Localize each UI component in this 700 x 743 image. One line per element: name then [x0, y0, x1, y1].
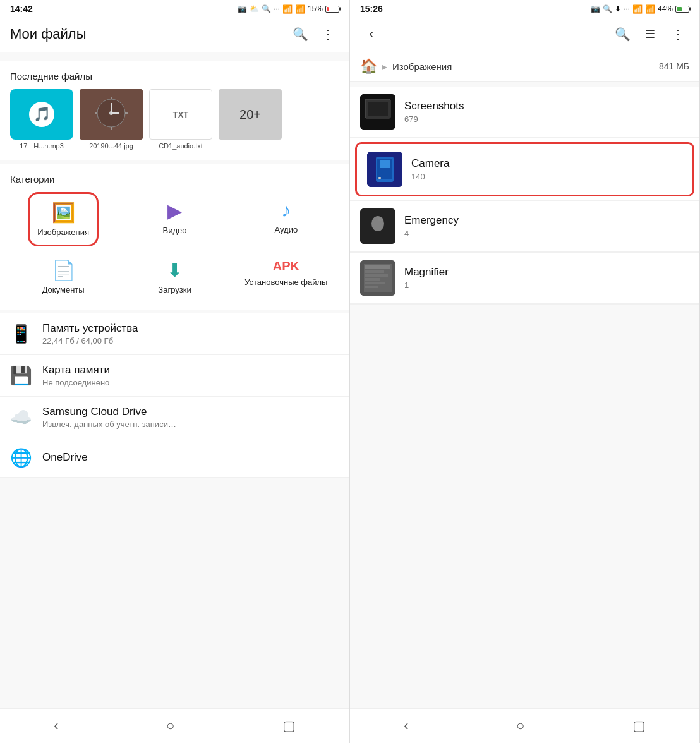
images-icon: 🖼️: [52, 202, 75, 224]
more-menu-left[interactable]: ⋮: [317, 23, 339, 45]
nav-recents-left[interactable]: ▢: [270, 715, 308, 737]
time-left: 14:42: [10, 4, 33, 14]
file-thumb-more[interactable]: 20+: [219, 89, 282, 150]
nav-back-left[interactable]: ‹: [41, 715, 71, 737]
device-storage-detail: 22,44 Гб / 64,00 Гб: [42, 336, 339, 346]
folder-thumb-camera: [367, 152, 402, 187]
category-video[interactable]: ▶ Видео: [121, 192, 227, 246]
cam-status-right: 📷: [591, 4, 600, 13]
svg-rect-26: [365, 282, 385, 284]
nav-back-right[interactable]: ‹: [391, 715, 421, 737]
sdcard-storage-icon: 💾: [10, 365, 32, 386]
downloads-label: Загрузки: [158, 285, 191, 294]
storage-sdcard[interactable]: 💾 Карта памяти Не подсоединено: [0, 355, 349, 397]
file-label-photo: 20190...44.jpg: [80, 142, 143, 150]
category-downloads[interactable]: ⬇ Загрузки: [121, 251, 227, 299]
device-storage-name: Память устройства: [42, 322, 339, 335]
folder-info-screenshots: Screenshots 679: [404, 100, 689, 124]
screenshots-thumbnail: [360, 94, 395, 130]
app-bar-left: Мои файлы 🔍 ⋮: [0, 16, 349, 52]
status-icons-left: 📷 ⛅ 🔍 ··· 📶 📶 15%: [238, 4, 339, 14]
time-right: 15:26: [360, 4, 383, 14]
recent-files-list: 🎵 17 - H...h.mp3: [10, 89, 339, 150]
categories-title: Категории: [10, 174, 339, 184]
weather-icon-status: ⛅: [250, 4, 259, 13]
folder-count-screenshots: 679: [404, 114, 689, 124]
category-images-inner[interactable]: 🖼️ Изображения: [32, 196, 94, 242]
recent-files-card: Последние файлы 🎵 17 - H...h.mp3: [0, 61, 349, 160]
nav-home-right[interactable]: ○: [504, 715, 537, 737]
search-button-right[interactable]: 🔍: [611, 23, 634, 45]
folder-info-emergency: Emergency 4: [404, 214, 689, 238]
category-documents[interactable]: 📄 Документы: [10, 251, 116, 299]
folder-info-camera: Camera 140: [411, 157, 682, 181]
storage-device[interactable]: 📱 Память устройства 22,44 Гб / 64,00 Гб: [0, 313, 349, 355]
images-highlight: 🖼️ Изображения: [28, 192, 99, 246]
folder-name-camera: Camera: [411, 157, 682, 170]
bottom-nav-right: ‹ ○ ▢: [350, 708, 699, 743]
camera-icon-status: 📷: [238, 4, 247, 13]
folder-thumb-screenshots: [360, 94, 395, 130]
svg-rect-23: [365, 270, 384, 273]
onedrive-name: OneDrive: [42, 451, 339, 464]
breadcrumb-home-icon[interactable]: 🏠: [360, 58, 377, 75]
app-title-left: Мои файлы: [10, 26, 284, 42]
bottom-nav-left: ‹ ○ ▢: [0, 708, 349, 743]
audio-label: Аудио: [274, 225, 298, 234]
category-apk[interactable]: APK Установочные файлы: [233, 251, 339, 299]
signal-icon: 📶: [295, 4, 305, 14]
folder-screenshots[interactable]: Screenshots 679: [350, 87, 699, 138]
recent-files-title: Последние файлы: [10, 71, 339, 82]
status-bar-right: 15:26 📷 🔍 ⬇ ··· 📶 📶 44%: [350, 0, 699, 16]
onedrive-info: OneDrive: [42, 451, 339, 465]
storage-onedrive[interactable]: 🌐 OneDrive: [0, 438, 349, 478]
breadcrumb-separator: ▸: [382, 61, 387, 73]
folder-emergency[interactable]: Emergency 4: [350, 201, 699, 252]
search-button-left[interactable]: 🔍: [289, 23, 311, 45]
video-icon: ▶: [167, 200, 182, 222]
folder-magnifier[interactable]: Magnifier 1: [350, 253, 699, 304]
back-button-right[interactable]: ‹: [360, 23, 383, 45]
more-menu-right[interactable]: ⋮: [667, 23, 689, 45]
folder-list: Screenshots 679: [350, 87, 699, 305]
apk-icon: APK: [273, 259, 299, 274]
dots-status: ···: [274, 4, 280, 13]
thumb-photo-bg: [80, 89, 143, 140]
folder-thumb-emergency: [360, 208, 395, 244]
dots-right: ···: [624, 4, 630, 13]
breadcrumb-folder-name: Изображения: [392, 61, 654, 72]
folder-name-magnifier: Magnifier: [404, 266, 689, 279]
music-icon: 🎵: [29, 102, 54, 127]
nav-home-left[interactable]: ○: [154, 715, 187, 737]
storage-list: 📱 Память устройства 22,44 Гб / 64,00 Гб …: [0, 313, 349, 478]
app-bar-right: ‹ 🔍 ☰ ⋮: [350, 16, 699, 52]
category-audio[interactable]: ♪ Аудио: [233, 192, 339, 246]
sdcard-storage-name: Карта памяти: [42, 364, 339, 377]
camera-highlight-border: Camera 140: [355, 142, 694, 196]
folder-camera[interactable]: Camera 140: [357, 144, 692, 195]
file-thumb-photo[interactable]: 20190...44.jpg: [80, 89, 143, 150]
battery-pct-left: 15%: [308, 4, 323, 13]
svg-rect-22: [365, 265, 390, 269]
folder-name-emergency: Emergency: [404, 214, 689, 227]
samsung-cloud-info: Samsung Cloud Drive Извлеч. данных об уч…: [42, 406, 339, 429]
documents-icon: 📄: [52, 259, 75, 281]
file-thumb-txt[interactable]: TXT CD1_audio.txt: [149, 89, 212, 150]
storage-samsung-cloud[interactable]: ☁️ Samsung Cloud Drive Извлеч. данных об…: [0, 397, 349, 438]
nav-recents-right[interactable]: ▢: [620, 715, 658, 737]
folder-count-camera: 140: [411, 172, 682, 181]
list-view-button[interactable]: ☰: [639, 23, 661, 45]
images-label: Изображения: [37, 227, 89, 237]
sdcard-storage-info: Карта памяти Не подсоединено: [42, 364, 339, 387]
category-images[interactable]: 🖼️ Изображения: [10, 192, 116, 246]
file-thumb-music[interactable]: 🎵 17 - H...h.mp3: [10, 89, 73, 150]
battery-icon-right: [675, 6, 689, 13]
sdcard-storage-detail: Не подсоединено: [42, 378, 339, 387]
status-bar-left: 14:42 📷 ⛅ 🔍 ··· 📶 📶 15%: [0, 0, 349, 16]
battery-pct-right: 44%: [658, 4, 673, 13]
documents-label: Документы: [42, 285, 85, 294]
thumb-music-bg: 🎵: [10, 89, 73, 140]
status-icons-right: 📷 🔍 ⬇ ··· 📶 📶 44%: [591, 4, 689, 14]
svg-rect-27: [365, 286, 378, 288]
more-badge: 20+: [239, 107, 261, 122]
